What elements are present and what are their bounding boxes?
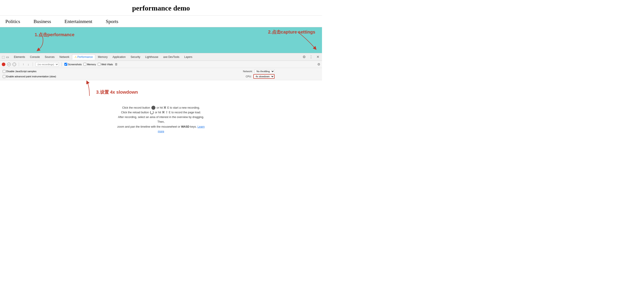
network-select[interactable]: No throttling [254,69,274,73]
cpu-label: CPU: [246,75,252,78]
cpu-select[interactable]: 4x slowdown [253,74,274,79]
recordings-dropdown[interactable]: (no recordings) [36,62,59,67]
annotation-step1: 1.点击performance [35,32,74,38]
performance-toolbar: ↺ ◯ ↑ ↓ (no recordings) Screenshots Memo… [0,61,322,68]
warn-icon: ⚠ [74,55,77,58]
screenshots-checkbox-label[interactable]: Screenshots [64,63,82,66]
device-icon[interactable]: ▭ [6,55,9,59]
nav-politics[interactable]: Politics [5,18,20,24]
tab-layers[interactable]: Layers [182,54,194,59]
tab-application[interactable]: Application [110,54,128,59]
nav-entertainment[interactable]: Entertainment [64,18,92,24]
reload-record-button[interactable]: ↺ [7,63,11,66]
web-vitals-checkbox[interactable] [98,63,100,66]
capture-settings-gear-icon[interactable]: ⚙ [317,62,320,66]
close-devtools-icon[interactable]: ✕ [316,54,320,59]
reload-button-inline-icon [150,111,154,114]
tab-axe-devtools[interactable]: axe DevTools [161,54,182,59]
toolbar-divider-3 [62,62,62,66]
settings-row-1: Disable JavaScript samples Network: No t… [3,69,319,73]
screenshots-checkbox[interactable] [64,63,67,66]
devtools-icon-buttons: ⬚ ▭ [2,55,9,59]
capture-settings-panel: Disable JavaScript samples Network: No t… [0,68,322,80]
hero-area: 1.点击performance 2.点击capture settings [0,27,322,53]
devtools-tabs-bar: ⬚ ▭ Elements Console Sources Network ⚠Pe… [0,53,322,61]
tab-memory[interactable]: Memory [96,54,110,59]
tab-lighthouse[interactable]: Lighthouse [143,54,160,59]
tab-performance[interactable]: ⚠Performance [72,54,95,60]
network-label: Network: [243,70,253,73]
devtools-instructions: Click the record button or hit ⌘ E to st… [116,105,206,134]
toolbar-end: ⚙ [317,62,320,66]
disable-js-samples-label[interactable]: Disable JavaScript samples [3,70,36,73]
devtools-main: Click the record button or hit ⌘ E to st… [0,105,322,141]
cpu-setting-row: CPU: 4x slowdown [246,74,274,79]
nav-business[interactable]: Business [34,18,51,24]
more-options-icon[interactable]: ⋮ [308,54,314,59]
page-header: performance demo [0,0,322,16]
record-button[interactable] [2,63,5,66]
enable-paint-checkbox[interactable] [3,75,6,78]
tab-elements[interactable]: Elements [12,54,27,59]
memory-checkbox-label[interactable]: Memory [84,63,96,66]
memory-checkbox[interactable] [84,63,86,66]
disable-js-samples-checkbox[interactable] [3,70,6,73]
clear-recordings-icon[interactable]: 🗑 [115,63,118,66]
site-nav: Politics Business Entertainment Sports [0,16,322,27]
record-button-inline-icon [152,106,156,110]
page-title: performance demo [0,4,322,12]
devtools-panel: ⬚ ▭ Elements Console Sources Network ⚠Pe… [0,53,322,141]
settings-row-2: Enable advanced paint instrumentation (s… [3,74,319,79]
tab-security[interactable]: Security [128,54,142,59]
annotation-step3: 3.设置 4x slowdown [96,89,138,95]
enable-paint-label[interactable]: Enable advanced paint instrumentation (s… [3,75,56,78]
settings-area-wrapper: Disable JavaScript samples Network: No t… [0,68,322,105]
annotation-3-area: 3.设置 4x slowdown [0,80,322,105]
upload-button[interactable]: ↑ [22,62,25,66]
nav-sports[interactable]: Sports [106,18,118,24]
devtools-end-icons: ⚙ ⋮ ✕ [302,54,320,59]
hero-wrapper: 1.点击performance 2.点击capture settings [0,27,322,141]
inspect-icon[interactable]: ⬚ [2,55,5,59]
web-vitals-checkbox-label[interactable]: Web Vitals [98,63,113,66]
network-setting-row: Network: No throttling [243,69,274,73]
settings-gear-icon[interactable]: ⚙ [302,54,306,59]
tab-network[interactable]: Network [57,54,72,59]
toolbar-divider-1 [19,62,19,66]
tab-console[interactable]: Console [28,54,42,59]
download-button[interactable]: ↓ [27,62,30,66]
stop-button[interactable]: ◯ [12,63,16,66]
tab-sources[interactable]: Sources [42,54,57,59]
annotation-step2: 2.点击capture settings [268,29,315,35]
